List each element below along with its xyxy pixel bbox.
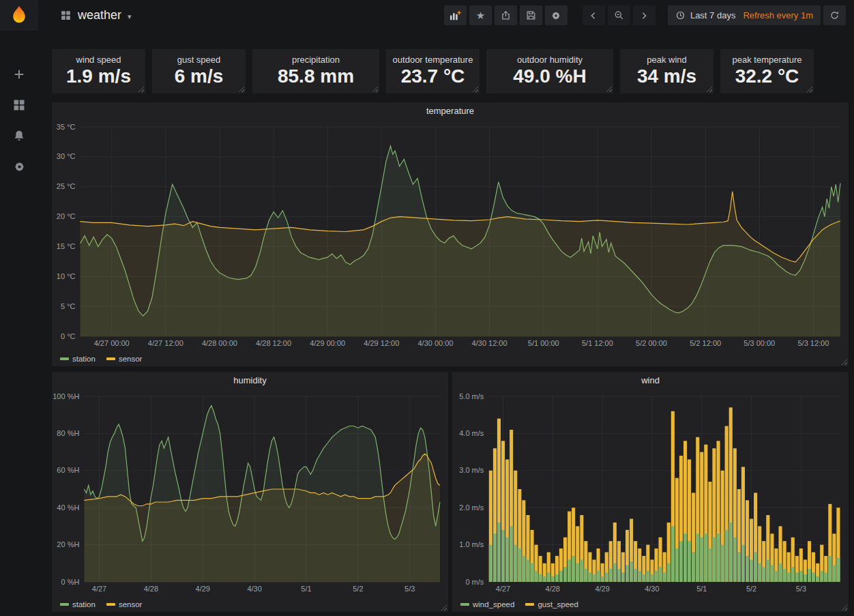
sidebar-item-configuration[interactable] bbox=[0, 157, 38, 176]
dashboard-icon bbox=[60, 10, 72, 21]
svg-text:3.0 m/s: 3.0 m/s bbox=[459, 466, 484, 474]
legend-item[interactable]: sensor bbox=[106, 600, 143, 608]
panel-wind: wind 4/274/284/294/305/15/25/30 m/s1.0 m… bbox=[452, 372, 849, 612]
legend-color-swatch bbox=[460, 603, 469, 606]
svg-text:4/29: 4/29 bbox=[196, 585, 210, 593]
panel-title[interactable]: peak wind bbox=[620, 55, 713, 65]
stat-panel-wind-speed: wind speed 1.9 m/s bbox=[52, 49, 145, 93]
panel-title[interactable]: gust speed bbox=[152, 55, 246, 65]
legend-item[interactable]: gust_speed bbox=[525, 600, 578, 608]
svg-text:60 %H: 60 %H bbox=[57, 466, 79, 474]
svg-text:5/2: 5/2 bbox=[746, 585, 756, 593]
wind-chart[interactable]: 4/274/284/294/305/15/25/30 m/s1.0 m/s2.0… bbox=[452, 390, 849, 596]
legend: wind_speedgust_speed bbox=[452, 596, 849, 612]
stat-panel-outdoor-temperature: outdoor temperature 23.7 °C bbox=[386, 49, 480, 93]
svg-text:4/29: 4/29 bbox=[595, 585, 609, 593]
zoom-out-button[interactable] bbox=[608, 5, 630, 25]
legend-item[interactable]: station bbox=[60, 600, 95, 608]
legend-item[interactable]: station bbox=[60, 355, 95, 363]
panel-title[interactable]: precipitation bbox=[252, 55, 379, 65]
stat-value: 32.2 °C bbox=[720, 65, 814, 87]
svg-text:4/30: 4/30 bbox=[247, 585, 261, 593]
sidebar-item-create[interactable] bbox=[0, 65, 38, 84]
sidebar-item-dashboards[interactable] bbox=[0, 96, 38, 115]
legend: stationsensor bbox=[52, 351, 849, 366]
time-nav-group bbox=[580, 5, 656, 25]
stat-value: 85.8 mm bbox=[252, 65, 379, 87]
stat-panel-peak-wind: peak wind 34 m/s bbox=[620, 49, 713, 93]
timepicker-group: Last 7 days Refresh every 1m bbox=[668, 5, 846, 25]
star-dashboard-button[interactable]: ★ bbox=[469, 5, 492, 25]
plus-icon bbox=[12, 68, 26, 81]
dashboard-grid: wind speed 1.9 m/s gust speed 6 m/s prec… bbox=[38, 31, 854, 616]
refresh-button[interactable] bbox=[823, 5, 846, 25]
dashboard-title: weather bbox=[78, 8, 121, 23]
grafana-logo[interactable] bbox=[0, 0, 38, 31]
time-back-button[interactable] bbox=[583, 5, 605, 25]
svg-text:40 %H: 40 %H bbox=[57, 503, 79, 512]
svg-text:80 %H: 80 %H bbox=[57, 429, 79, 437]
panel-title[interactable]: outdoor humidity bbox=[486, 55, 613, 65]
time-range-label: Last 7 days bbox=[690, 10, 736, 20]
temperature-chart[interactable]: 4/27 00:004/27 12:004/28 00:004/28 12:00… bbox=[52, 120, 849, 351]
legend-color-swatch bbox=[60, 357, 69, 360]
svg-text:5/3: 5/3 bbox=[796, 585, 806, 593]
add-panel-icon bbox=[448, 9, 462, 23]
legend-series-label: sensor bbox=[119, 355, 143, 363]
svg-text:0 m/s: 0 m/s bbox=[465, 578, 484, 586]
svg-text:30 °C: 30 °C bbox=[57, 152, 76, 160]
chevron-left-icon bbox=[588, 10, 599, 21]
sidebar-item-alerting[interactable] bbox=[0, 126, 38, 145]
svg-text:4/30 12:00: 4/30 12:00 bbox=[472, 339, 507, 347]
svg-text:10 °C: 10 °C bbox=[57, 272, 76, 280]
svg-text:4/30: 4/30 bbox=[645, 585, 659, 593]
dashboard-title-button[interactable]: weather ▾ bbox=[60, 8, 132, 23]
panel-title[interactable]: humidity bbox=[52, 372, 448, 390]
legend-color-swatch bbox=[106, 357, 115, 360]
legend-series-label: wind_speed bbox=[473, 600, 514, 608]
svg-text:1.0 m/s: 1.0 m/s bbox=[459, 540, 484, 548]
panel-title[interactable]: wind speed bbox=[52, 55, 145, 65]
stat-panel-row: wind speed 1.9 m/s gust speed 6 m/s prec… bbox=[52, 49, 849, 93]
refresh-interval-label: Refresh every 1m bbox=[743, 10, 813, 20]
legend-color-swatch bbox=[106, 603, 115, 606]
bell-icon bbox=[12, 129, 26, 143]
panel-actions-group: ★ bbox=[441, 5, 568, 25]
panel-temperature: temperature 4/27 00:004/27 12:004/28 00:… bbox=[52, 102, 849, 366]
sidebar bbox=[0, 0, 38, 616]
save-dashboard-button[interactable] bbox=[520, 5, 542, 25]
add-panel-button[interactable] bbox=[444, 5, 467, 25]
svg-text:5/1: 5/1 bbox=[301, 585, 311, 593]
svg-text:4/27 12:00: 4/27 12:00 bbox=[148, 339, 183, 347]
stat-value: 23.7 °C bbox=[386, 65, 480, 87]
svg-text:5/1 12:00: 5/1 12:00 bbox=[582, 339, 613, 347]
svg-text:5/1 00:00: 5/1 00:00 bbox=[528, 339, 559, 347]
svg-text:2.0 m/s: 2.0 m/s bbox=[459, 503, 484, 512]
time-forward-button[interactable] bbox=[633, 5, 656, 25]
panel-title[interactable]: outdoor temperature bbox=[386, 55, 480, 65]
stat-value: 34 m/s bbox=[620, 65, 713, 87]
legend-series-label: gust_speed bbox=[538, 600, 578, 608]
legend-item[interactable]: wind_speed bbox=[460, 600, 514, 608]
time-range-picker[interactable]: Last 7 days Refresh every 1m bbox=[668, 5, 821, 25]
panel-title[interactable]: wind bbox=[452, 372, 849, 390]
panel-title[interactable]: temperature bbox=[52, 102, 849, 120]
panel-title[interactable]: peak temperature bbox=[720, 55, 814, 65]
top-navbar: weather ▾ ★ bbox=[38, 0, 854, 31]
svg-text:4/27: 4/27 bbox=[92, 585, 106, 593]
save-icon bbox=[525, 10, 537, 21]
svg-text:4/28: 4/28 bbox=[546, 585, 560, 593]
humidity-chart[interactable]: 4/274/284/294/305/15/25/30 %H20 %H40 %H6… bbox=[52, 390, 448, 596]
legend-color-swatch bbox=[60, 603, 69, 606]
share-dashboard-button[interactable] bbox=[495, 5, 517, 25]
gear-icon bbox=[550, 10, 562, 22]
legend-item[interactable]: sensor bbox=[106, 355, 143, 363]
share-icon bbox=[500, 10, 512, 21]
svg-text:5/2 00:00: 5/2 00:00 bbox=[636, 339, 667, 347]
grafana-flame-icon bbox=[8, 4, 31, 27]
svg-text:5/1: 5/1 bbox=[696, 585, 707, 593]
topbar-actions: ★ bbox=[429, 5, 846, 25]
dashboard-settings-button[interactable] bbox=[545, 5, 568, 25]
svg-text:4/28: 4/28 bbox=[144, 585, 158, 593]
svg-text:5/2 12:00: 5/2 12:00 bbox=[690, 339, 721, 347]
